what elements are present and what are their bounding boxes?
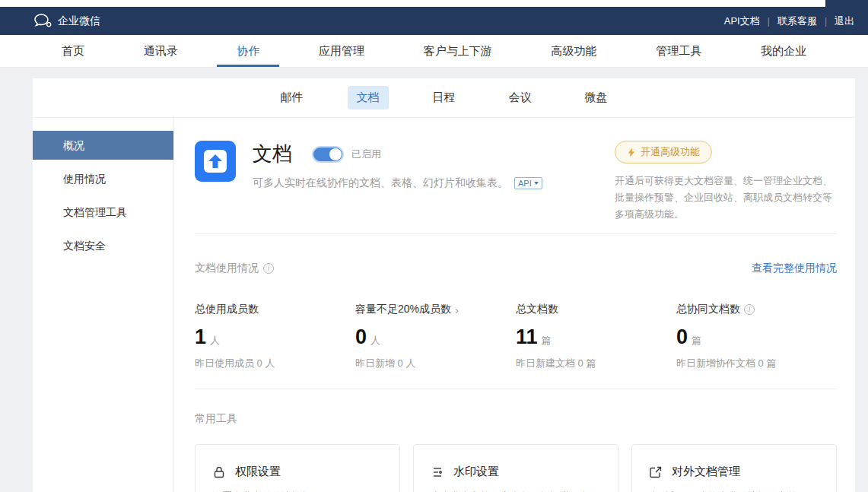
app-info: 文档 已启用 可多人实时在线协作的文档、表格、幻灯片和收集表。 API bbox=[253, 141, 542, 223]
brand: 企业微信 bbox=[33, 14, 100, 28]
tools-section-title: 常用工具 bbox=[195, 412, 837, 426]
top-strip bbox=[0, 0, 868, 7]
upgrade-premium-label: 开通高级功能 bbox=[641, 145, 700, 159]
sidebar-item-doc-security[interactable]: 文档安全 bbox=[33, 231, 173, 260]
stat-collab-docs: 总协同文档数 i 0 篇 昨日新增协作文档 0 篇 bbox=[676, 303, 837, 370]
separator: | bbox=[768, 16, 770, 27]
main-card: 邮件 文档 日程 会议 微盘 概况 使用情况 文档管理工具 文档安全 bbox=[33, 78, 855, 492]
info-icon[interactable]: i bbox=[744, 304, 755, 315]
status-text: 已启用 bbox=[351, 148, 381, 161]
nav-item-advanced-features[interactable]: 高级功能 bbox=[532, 35, 617, 67]
toggle-knob bbox=[329, 148, 342, 160]
tool-card-title: 水印设置 bbox=[453, 465, 499, 479]
sidebar-item-overview[interactable]: 概况 bbox=[33, 131, 173, 160]
separator: | bbox=[825, 16, 827, 27]
app-description: 可多人实时在线协作的文档、表格、幻灯片和收集表。 bbox=[253, 176, 508, 190]
premium-block: 开通高级功能 开通后可获得更大文档容量、统一管理企业文档、批量操作预警、企业回收… bbox=[615, 141, 837, 223]
stat-value: 0 bbox=[355, 325, 367, 349]
stat-unit: 人 bbox=[370, 334, 380, 348]
api-label: API bbox=[518, 179, 532, 188]
stat-sub: 昨日新建文档 0 篇 bbox=[516, 357, 676, 370]
stat-total-docs: 总文档数 11 篇 昨日新建文档 0 篇 bbox=[516, 303, 676, 370]
stat-unit: 篇 bbox=[692, 334, 701, 348]
contact-support-link[interactable]: 联系客服 bbox=[777, 14, 817, 28]
sidebar-item-usage[interactable]: 使用情况 bbox=[33, 164, 173, 193]
app-header: 文档 已启用 可多人实时在线协作的文档、表格、幻灯片和收集表。 API bbox=[195, 141, 837, 223]
nav-item-customers[interactable]: 客户与上下游 bbox=[404, 35, 512, 67]
nav-item-home[interactable]: 首页 bbox=[42, 35, 104, 67]
stat-sub: 昨日使用成员 0 人 bbox=[195, 357, 355, 370]
divider bbox=[195, 233, 837, 234]
stat-sub: 昨日新增 0 人 bbox=[355, 357, 516, 370]
tools-title-text: 常用工具 bbox=[195, 412, 237, 426]
stat-total-members: 总使用成员数 1 人 昨日使用成员 0 人 bbox=[195, 303, 355, 370]
stat-label: 总协同文档数 bbox=[676, 303, 740, 316]
tool-cards: 权限设置 设置企业内外的访问权限 水印设置 bbox=[195, 444, 837, 492]
topbar-links: API文档 | 联系客服 | 退出 bbox=[724, 14, 854, 28]
view-full-usage-link[interactable]: 查看完整使用情况 bbox=[752, 262, 837, 275]
sidebar: 概况 使用情况 文档管理工具 文档安全 bbox=[33, 118, 174, 492]
enable-toggle[interactable] bbox=[312, 146, 344, 163]
chevron-down-icon bbox=[534, 182, 539, 185]
subnav-item-calendar[interactable]: 日程 bbox=[424, 86, 465, 110]
content-area: 邮件 文档 日程 会议 微盘 概况 使用情况 文档管理工具 文档安全 bbox=[0, 68, 868, 492]
tool-card-external-docs[interactable]: 对外文档管理 查看和管理允许企业外访问的文档 bbox=[631, 444, 837, 492]
stat-low-capacity-members: 容量不足20%成员数 › 0 人 昨日新增 0 人 bbox=[355, 303, 516, 370]
upgrade-premium-button[interactable]: 开通高级功能 bbox=[615, 141, 712, 163]
lightning-icon bbox=[627, 148, 636, 157]
nav-item-collaboration[interactable]: 协作 bbox=[217, 35, 279, 67]
usage-section-title: 文档使用情况 i bbox=[195, 262, 274, 275]
scrollbar-thumb[interactable] bbox=[825, 0, 868, 7]
nav-item-app-management[interactable]: 应用管理 bbox=[299, 35, 384, 67]
stat-label: 总文档数 bbox=[516, 303, 558, 316]
premium-description: 开通后可获得更大文档容量、统一管理企业文档、批量操作预警、企业回收站、离职成员文… bbox=[615, 173, 837, 223]
subnav-item-docs[interactable]: 文档 bbox=[348, 86, 389, 110]
api-docs-link[interactable]: API文档 bbox=[724, 14, 760, 28]
stat-label: 总使用成员数 bbox=[195, 303, 259, 316]
subnav-item-meeting[interactable]: 会议 bbox=[500, 86, 541, 110]
subnav-item-drive[interactable]: 微盘 bbox=[576, 86, 617, 110]
main-nav: 首页 通讯录 协作 应用管理 客户与上下游 高级功能 管理工具 我的企业 bbox=[0, 35, 868, 68]
api-dropdown[interactable]: API bbox=[514, 177, 542, 189]
brand-name: 企业微信 bbox=[58, 14, 100, 28]
topbar: 企业微信 API文档 | 联系客服 | 退出 bbox=[0, 7, 868, 35]
chevron-right-icon[interactable]: › bbox=[455, 303, 459, 316]
lock-icon bbox=[212, 465, 226, 479]
wecom-logo-icon bbox=[33, 14, 52, 28]
sidebar-item-doc-tools[interactable]: 文档管理工具 bbox=[33, 198, 173, 227]
subnav-item-mail[interactable]: 邮件 bbox=[272, 86, 313, 110]
usage-stats: 总使用成员数 1 人 昨日使用成员 0 人 容量不足20%成员数 › bbox=[195, 303, 837, 370]
tool-card-title: 权限设置 bbox=[235, 465, 281, 479]
stat-value: 1 bbox=[195, 325, 206, 349]
stat-unit: 人 bbox=[210, 334, 220, 348]
stat-value: 11 bbox=[516, 325, 538, 349]
subnav: 邮件 文档 日程 会议 微盘 bbox=[33, 78, 855, 118]
usage-title-text: 文档使用情况 bbox=[195, 262, 259, 275]
nav-item-my-enterprise[interactable]: 我的企业 bbox=[741, 35, 826, 67]
stat-value: 0 bbox=[676, 325, 688, 349]
stat-label: 容量不足20%成员数 bbox=[355, 303, 451, 316]
app-title: 文档 bbox=[253, 141, 292, 167]
tool-card-permissions[interactable]: 权限设置 设置企业内外的访问权限 bbox=[195, 444, 400, 492]
nav-item-admin-tools[interactable]: 管理工具 bbox=[636, 35, 721, 67]
watermark-icon bbox=[431, 465, 444, 479]
panel: 文档 已启用 可多人实时在线协作的文档、表格、幻灯片和收集表。 API bbox=[174, 118, 855, 492]
tool-card-title: 对外文档管理 bbox=[672, 465, 740, 479]
usage-header: 文档使用情况 i 查看完整使用情况 bbox=[195, 262, 837, 275]
tool-card-watermark[interactable]: 水印设置 为企业内文档开启水印，数据泄露事件可追 bbox=[413, 444, 618, 492]
app-header-left: 文档 已启用 可多人实时在线协作的文档、表格、幻灯片和收集表。 API bbox=[195, 141, 542, 223]
docs-app-icon bbox=[195, 141, 236, 182]
stat-sub: 昨日新增协作文档 0 篇 bbox=[676, 357, 837, 370]
logout-link[interactable]: 退出 bbox=[835, 14, 854, 28]
external-doc-icon bbox=[649, 465, 663, 479]
stat-unit: 篇 bbox=[542, 334, 552, 348]
divider bbox=[195, 389, 837, 389]
info-icon[interactable]: i bbox=[263, 263, 274, 274]
nav-item-contacts[interactable]: 通讯录 bbox=[124, 35, 198, 67]
card-body: 概况 使用情况 文档管理工具 文档安全 bbox=[33, 118, 855, 492]
